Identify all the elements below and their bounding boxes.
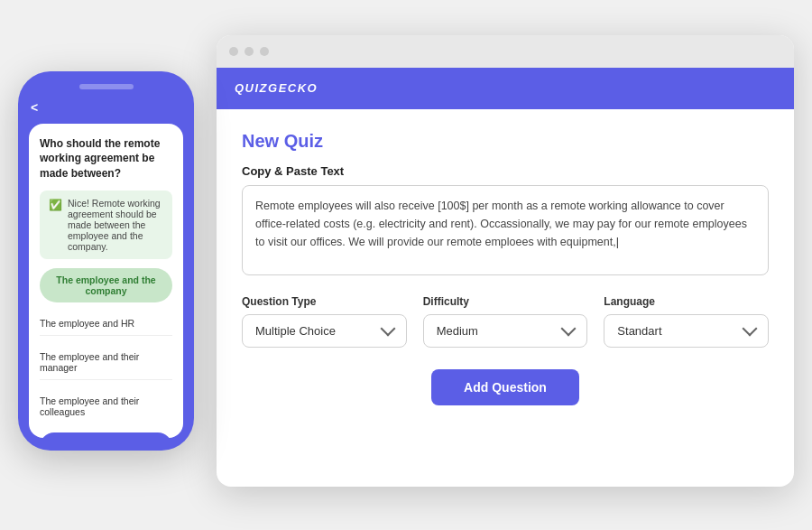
quizgecko-logo: QUIZGECKO <box>235 81 318 95</box>
scene: QUIZGECKO New Quiz Copy & Paste Text Rem… <box>18 17 794 514</box>
phone-content: Who should the remote working agreement … <box>29 124 183 438</box>
browser-content: New Quiz Copy & Paste Text Remote employ… <box>217 109 794 427</box>
difficulty-label: Difficulty <box>423 295 588 308</box>
next-question-button[interactable]: Next Question <box>40 432 172 438</box>
check-icon: ✅ <box>49 199 62 211</box>
page-title: New Quiz <box>242 131 769 152</box>
answer-option-2[interactable]: The employee and their manager <box>40 345 172 380</box>
back-button[interactable]: < <box>29 100 183 115</box>
language-value: Standart <box>617 324 661 338</box>
browser-dot-1 <box>229 47 238 56</box>
correct-answer-feedback: ✅ Nice! Remote working agreement should … <box>40 191 172 259</box>
chevron-down-icon <box>743 321 758 337</box>
add-question-button[interactable]: Add Question <box>431 369 579 405</box>
language-label: Language <box>604 295 769 308</box>
text-area-box[interactable]: Remote employees will also receive [100$… <box>242 185 769 275</box>
correct-text: Nice! Remote working agreement should be… <box>68 198 163 252</box>
chevron-down-icon <box>561 321 577 337</box>
cursor <box>616 236 619 248</box>
answer-option-1[interactable]: The employee and HR <box>40 311 172 336</box>
text-area-content: Remote employees will also receive [100$… <box>255 200 747 248</box>
difficulty-value: Medium <box>437 324 478 338</box>
browser-header: QUIZGECKO <box>217 68 794 109</box>
form-row: Question Type Multiple Choice Difficulty… <box>242 295 769 348</box>
browser-titlebar <box>217 35 794 68</box>
language-select[interactable]: Standart <box>604 314 769 348</box>
browser-window: QUIZGECKO New Quiz Copy & Paste Text Rem… <box>217 35 794 487</box>
phone-notch <box>79 84 134 89</box>
browser-dot-2 <box>245 47 254 56</box>
question-type-select[interactable]: Multiple Choice <box>242 314 407 348</box>
phone-question: Who should the remote working agreement … <box>40 136 172 181</box>
browser-dot-3 <box>260 47 269 56</box>
section-label: Copy & Paste Text <box>242 164 769 178</box>
difficulty-select[interactable]: Medium <box>423 314 588 348</box>
chevron-down-icon <box>380 321 395 337</box>
question-type-group: Question Type Multiple Choice <box>242 295 407 348</box>
question-type-label: Question Type <box>242 295 407 308</box>
difficulty-group: Difficulty Medium <box>423 295 588 348</box>
language-group: Language Standart <box>604 295 769 348</box>
selected-answer[interactable]: The employee and the company <box>40 268 172 302</box>
question-type-value: Multiple Choice <box>255 324 336 338</box>
answer-option-3[interactable]: The employee and their colleagues <box>40 389 172 423</box>
mobile-phone: < Who should the remote working agreemen… <box>18 71 194 451</box>
